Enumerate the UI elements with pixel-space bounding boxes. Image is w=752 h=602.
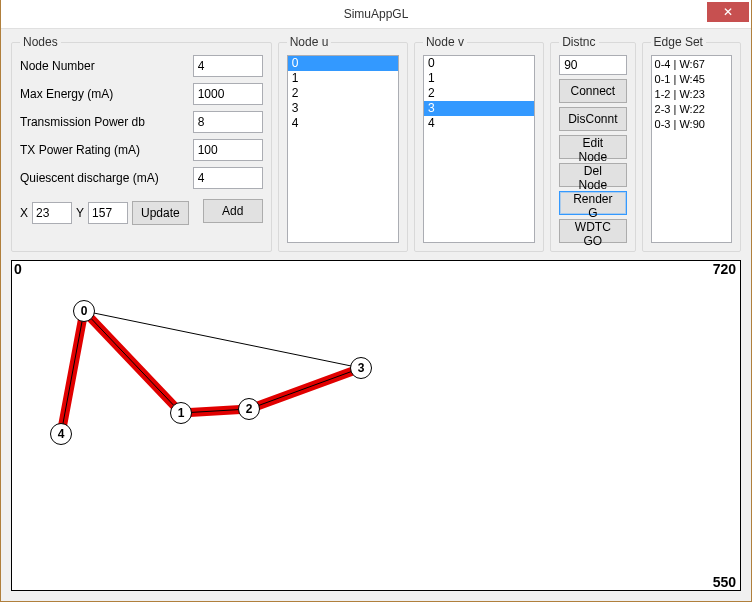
- list-item[interactable]: 3: [424, 101, 534, 116]
- edge-line[interactable]: 0-1 | W:45: [655, 72, 728, 87]
- edge-line[interactable]: 2-3 | W:22: [655, 102, 728, 117]
- list-item[interactable]: 3: [288, 101, 398, 116]
- edge-set-legend: Edge Set: [651, 35, 706, 49]
- node-v-legend: Node v: [423, 35, 467, 49]
- list-item[interactable]: 4: [288, 116, 398, 131]
- nodes-group: Nodes Node Number Max Energy (mA) Transm…: [11, 35, 272, 252]
- y-label: Y: [76, 206, 84, 220]
- distnc-legend: Distnc: [559, 35, 598, 49]
- edge-set-group: Edge Set 0-4 | W:670-1 | W:451-2 | W:232…: [642, 35, 741, 252]
- tx-power-db-input[interactable]: [193, 111, 263, 133]
- list-item[interactable]: 0: [424, 56, 534, 71]
- max-energy-input[interactable]: [193, 83, 263, 105]
- graph-node[interactable]: 2: [238, 398, 260, 420]
- quiescent-input[interactable]: [193, 167, 263, 189]
- del-node-button[interactable]: Del Node: [559, 163, 626, 187]
- tx-power-db-row: Transmission Power db: [20, 111, 263, 133]
- max-energy-row: Max Energy (mA): [20, 83, 263, 105]
- list-item[interactable]: 2: [288, 86, 398, 101]
- update-button[interactable]: Update: [132, 201, 189, 225]
- node-u-legend: Node u: [287, 35, 332, 49]
- edit-node-button[interactable]: Edit Node: [559, 135, 626, 159]
- edge-line[interactable]: 1-2 | W:23: [655, 87, 728, 102]
- svg-line-7: [249, 368, 361, 409]
- x-input[interactable]: [32, 202, 72, 224]
- wdtc-go-button[interactable]: WDTC GO: [559, 219, 626, 243]
- distnc-input[interactable]: [559, 55, 626, 75]
- tx-power-rating-label: TX Power Rating (mA): [20, 143, 187, 157]
- edge-line[interactable]: 0-4 | W:67: [655, 57, 728, 72]
- list-item[interactable]: 1: [288, 71, 398, 86]
- close-button[interactable]: ✕: [707, 2, 749, 22]
- node-number-input[interactable]: [193, 55, 263, 77]
- render-g-button[interactable]: Render G: [559, 191, 626, 215]
- tx-power-rating-input[interactable]: [193, 139, 263, 161]
- tx-power-rating-row: TX Power Rating (mA): [20, 139, 263, 161]
- quiescent-label: Quiescent discharge (mA): [20, 171, 187, 185]
- controls-row: Nodes Node Number Max Energy (mA) Transm…: [11, 35, 741, 252]
- quiescent-row: Quiescent discharge (mA): [20, 167, 263, 189]
- node-u-list[interactable]: 01234: [287, 55, 399, 243]
- app-window: SimuAppGL ✕ Nodes Node Number Max Energy…: [0, 0, 752, 602]
- y-input[interactable]: [88, 202, 128, 224]
- svg-line-5: [84, 311, 181, 413]
- titlebar: SimuAppGL ✕: [1, 0, 751, 29]
- x-label: X: [20, 206, 28, 220]
- content-area: Nodes Node Number Max Energy (mA) Transm…: [1, 29, 751, 601]
- edge-set-list[interactable]: 0-4 | W:670-1 | W:451-2 | W:232-3 | W:22…: [651, 55, 732, 243]
- node-number-row: Node Number: [20, 55, 263, 77]
- node-number-label: Node Number: [20, 59, 187, 73]
- graph-node[interactable]: 1: [170, 402, 192, 424]
- add-button[interactable]: Add: [203, 199, 263, 223]
- disconnt-button[interactable]: DisConnt: [559, 107, 626, 131]
- list-item[interactable]: 1: [424, 71, 534, 86]
- close-icon: ✕: [723, 5, 733, 19]
- list-item[interactable]: 0: [288, 56, 398, 71]
- node-v-group: Node v 01234: [414, 35, 544, 252]
- distnc-group: Distnc Connect DisConnt Edit Node Del No…: [550, 35, 635, 252]
- nodes-legend: Nodes: [20, 35, 61, 49]
- graph-node[interactable]: 4: [50, 423, 72, 445]
- connect-button[interactable]: Connect: [559, 79, 626, 103]
- xy-row: X Y Update: [20, 201, 189, 225]
- list-item[interactable]: 4: [424, 116, 534, 131]
- list-item[interactable]: 2: [424, 86, 534, 101]
- node-u-group: Node u 01234: [278, 35, 408, 252]
- window-title: SimuAppGL: [344, 7, 409, 21]
- graph-node[interactable]: 0: [73, 300, 95, 322]
- node-v-list[interactable]: 01234: [423, 55, 535, 243]
- edge-line[interactable]: 0-3 | W:90: [655, 117, 728, 132]
- edges-svg: [12, 261, 740, 590]
- render-canvas[interactable]: 0 720 550 01234: [11, 260, 741, 591]
- tx-power-db-label: Transmission Power db: [20, 115, 187, 129]
- svg-line-4: [61, 311, 84, 434]
- max-energy-label: Max Energy (mA): [20, 87, 187, 101]
- graph-node[interactable]: 3: [350, 357, 372, 379]
